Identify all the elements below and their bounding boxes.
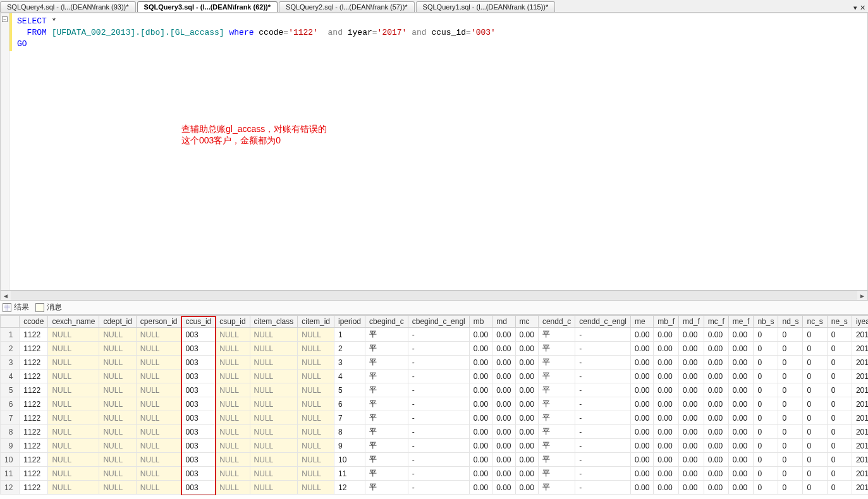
cell-citem_id[interactable]: NULL [298, 411, 334, 425]
cell-citem_id[interactable]: NULL [298, 397, 334, 411]
cell-nc_s[interactable]: 0 [803, 453, 827, 467]
cell-citem_class[interactable]: NULL [250, 439, 298, 453]
column-header-md_f[interactable]: md_f [679, 316, 704, 328]
cell-cexch_name[interactable]: NULL [48, 397, 99, 411]
cell-ccus_id[interactable]: 003 [181, 356, 216, 370]
cell-mc_f[interactable]: 0.00 [704, 439, 728, 453]
cell-nb_s[interactable]: 0 [754, 453, 778, 467]
cell-iperiod[interactable]: 4 [334, 370, 365, 383]
cell-mb_f[interactable]: 0.00 [654, 328, 679, 342]
cell-ne_s[interactable]: 0 [827, 411, 852, 425]
cell-ccode[interactable]: 1122 [20, 467, 48, 481]
cell-md[interactable]: 0.00 [492, 383, 515, 397]
cell-cbegind_c[interactable]: 平 [365, 356, 408, 370]
cell-citem_id[interactable]: NULL [298, 467, 334, 481]
cell-mc[interactable]: 0.00 [515, 383, 538, 397]
cell-iperiod[interactable]: 12 [334, 481, 365, 495]
cell-ne_s[interactable]: 0 [827, 328, 852, 342]
cell-citem_id[interactable]: NULL [298, 383, 334, 397]
column-header-citem_id[interactable]: citem_id [298, 316, 334, 328]
row-number[interactable]: 11 [1, 467, 20, 481]
cell-csup_id[interactable]: NULL [216, 383, 250, 397]
cell-ne_s[interactable]: 0 [827, 397, 852, 411]
cell-nb_s[interactable]: 0 [754, 397, 778, 411]
cell-ccode[interactable]: 1122 [20, 439, 48, 453]
row-number[interactable]: 4 [1, 370, 20, 383]
cell-cperson_id[interactable]: NULL [136, 383, 181, 397]
cell-md_f[interactable]: 0.00 [679, 467, 704, 481]
cell-mb[interactable]: 0.00 [469, 453, 492, 467]
cell-me[interactable]: 0.00 [630, 439, 653, 453]
cell-cperson_id[interactable]: NULL [136, 370, 181, 383]
cell-nd_s[interactable]: 0 [778, 453, 803, 467]
cell-csup_id[interactable]: NULL [216, 467, 250, 481]
cell-nc_s[interactable]: 0 [803, 481, 827, 495]
cell-csup_id[interactable]: NULL [216, 356, 250, 370]
cell-cendd_c_engl[interactable]: - [575, 383, 631, 397]
column-header-cexch_name[interactable]: cexch_name [48, 316, 99, 328]
cell-mc_f[interactable]: 0.00 [704, 411, 728, 425]
cell-me[interactable]: 0.00 [630, 356, 653, 370]
cell-md_f[interactable]: 0.00 [679, 453, 704, 467]
cell-md_f[interactable]: 0.00 [679, 425, 704, 439]
cell-mb[interactable]: 0.00 [469, 439, 492, 453]
column-header-mb[interactable]: mb [469, 316, 492, 328]
cell-me_f[interactable]: 0.00 [728, 328, 754, 342]
cell-cbegind_c_engl[interactable]: - [408, 439, 469, 453]
column-header-citem_class[interactable]: citem_class [250, 316, 298, 328]
cell-mc[interactable]: 0.00 [515, 356, 538, 370]
cell-mc[interactable]: 0.00 [515, 342, 538, 356]
table-row[interactable]: 41122NULLNULLNULL003NULLNULLNULL4平-0.000… [1, 370, 869, 383]
cell-nc_s[interactable]: 0 [803, 397, 827, 411]
cell-me_f[interactable]: 0.00 [728, 411, 754, 425]
cell-mc[interactable]: 0.00 [515, 439, 538, 453]
cell-md[interactable]: 0.00 [492, 425, 515, 439]
column-header-iperiod[interactable]: iperiod [334, 316, 365, 328]
cell-mc_f[interactable]: 0.00 [704, 453, 728, 467]
cell-cexch_name[interactable]: NULL [48, 453, 99, 467]
cell-iperiod[interactable]: 2 [334, 342, 365, 356]
cell-cbegind_c[interactable]: 平 [365, 439, 408, 453]
cell-md[interactable]: 0.00 [492, 397, 515, 411]
cell-cendd_c_engl[interactable]: - [575, 411, 631, 425]
cell-cdept_id[interactable]: NULL [99, 439, 136, 453]
cell-mc[interactable]: 0.00 [515, 481, 538, 495]
cell-mc[interactable]: 0.00 [515, 397, 538, 411]
sql-code[interactable]: SELECT * FROM [UFDATA_002_2013].[dbo].[G… [1, 13, 867, 50]
cell-iyear[interactable]: 2017 [852, 328, 868, 342]
cell-iperiod[interactable]: 8 [334, 425, 365, 439]
cell-nd_s[interactable]: 0 [778, 383, 803, 397]
cell-nb_s[interactable]: 0 [754, 481, 778, 495]
cell-mb_f[interactable]: 0.00 [654, 342, 679, 356]
cell-ccus_id[interactable]: 003 [181, 481, 216, 495]
cell-cperson_id[interactable]: NULL [136, 397, 181, 411]
cell-mb_f[interactable]: 0.00 [654, 453, 679, 467]
cell-nc_s[interactable]: 0 [803, 467, 827, 481]
cell-ccus_id[interactable]: 003 [181, 467, 216, 481]
cell-md_f[interactable]: 0.00 [679, 370, 704, 383]
cell-md[interactable]: 0.00 [492, 439, 515, 453]
cell-nd_s[interactable]: 0 [778, 370, 803, 383]
cell-mb_f[interactable]: 0.00 [654, 356, 679, 370]
column-header-me_f[interactable]: me_f [728, 316, 754, 328]
cell-ccus_id[interactable]: 003 [181, 411, 216, 425]
cell-mb[interactable]: 0.00 [469, 356, 492, 370]
cell-cbegind_c_engl[interactable]: - [408, 397, 469, 411]
cell-ccode[interactable]: 1122 [20, 481, 48, 495]
cell-me[interactable]: 0.00 [630, 370, 653, 383]
cell-iperiod[interactable]: 5 [334, 383, 365, 397]
cell-ne_s[interactable]: 0 [827, 425, 852, 439]
cell-mb[interactable]: 0.00 [469, 425, 492, 439]
cell-nb_s[interactable]: 0 [754, 425, 778, 439]
cell-cendd_c_engl[interactable]: - [575, 481, 631, 495]
cell-nc_s[interactable]: 0 [803, 439, 827, 453]
cell-cperson_id[interactable]: NULL [136, 425, 181, 439]
cell-md[interactable]: 0.00 [492, 370, 515, 383]
cell-cbegind_c_engl[interactable]: - [408, 342, 469, 356]
cell-md[interactable]: 0.00 [492, 481, 515, 495]
cell-nd_s[interactable]: 0 [778, 411, 803, 425]
cell-me_f[interactable]: 0.00 [728, 397, 754, 411]
cell-me[interactable]: 0.00 [630, 453, 653, 467]
cell-csup_id[interactable]: NULL [216, 453, 250, 467]
cell-citem_class[interactable]: NULL [250, 425, 298, 439]
